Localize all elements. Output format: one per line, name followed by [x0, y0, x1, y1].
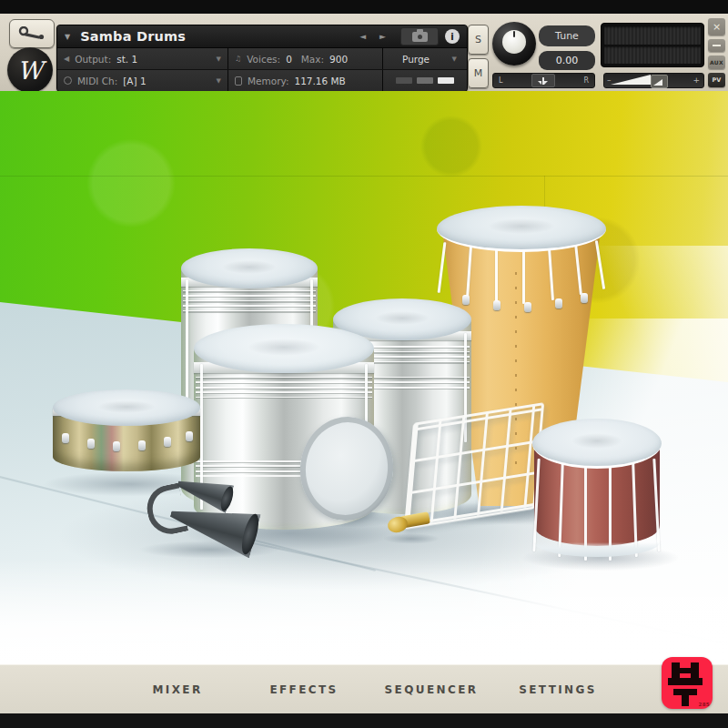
tune-knob-cap — [502, 30, 526, 54]
close-icon: × — [713, 21, 721, 33]
tune-value-box[interactable]: 0.00 — [539, 51, 595, 70]
instrument-artwork — [0, 91, 728, 664]
agogo-bells — [144, 479, 264, 553]
title-dropdown-icon[interactable]: ▼ — [65, 33, 70, 41]
meter-strip-right — [604, 46, 701, 65]
wavesfactory-logo: W — [7, 47, 53, 93]
panel-row-output: ◀ Output: st. 1 ▼ ♫ Voices: 0 Max: 900 P… — [57, 48, 467, 70]
pan-handle[interactable] — [531, 74, 555, 87]
memory-value: 117.16 MB — [294, 76, 345, 86]
midi-label: MIDI Ch: — [77, 76, 117, 86]
memory-label: Memory: — [248, 76, 288, 86]
voices-icon: ♫ — [235, 55, 241, 63]
tab-effects[interactable]: EFFECTS — [269, 683, 338, 696]
midi-value: [A] 1 — [123, 76, 146, 86]
volume-slider[interactable]: – + — [603, 73, 704, 88]
drum-head — [532, 419, 662, 469]
output-select[interactable]: ◀ Output: st. 1 ▼ — [57, 48, 228, 69]
info-icon: i — [450, 32, 453, 42]
badge-glyph — [672, 668, 699, 673]
kontakt-instrument-window: W ▼ Samba Drums ◄ ► i ◀ Out — [0, 0, 728, 728]
purge-level-bars — [396, 77, 454, 84]
volume-wedge-icon — [611, 75, 651, 85]
pv-button[interactable]: PV — [708, 73, 725, 87]
info-button[interactable]: i — [445, 29, 460, 44]
mute-label: M — [474, 67, 483, 79]
solo-button[interactable]: S — [468, 25, 489, 55]
tune-label: Tune — [555, 30, 579, 42]
artwork-bottom-fade — [0, 560, 728, 664]
purge-menu[interactable]: Purge ▼ — [383, 48, 467, 69]
pan-center-icon — [542, 77, 544, 85]
instrument-title-row: ▼ Samba Drums ◄ ► i — [57, 25, 467, 48]
logo-letter: W — [17, 58, 43, 83]
snare-drum — [53, 389, 200, 488]
window-bottom-strip — [0, 713, 728, 728]
aux-label: AUX — [710, 59, 723, 66]
minimize-icon — [713, 45, 721, 46]
drum-head — [181, 248, 318, 288]
wrench-icon — [18, 26, 46, 41]
wall-seam — [0, 176, 728, 177]
purge-dropdown-icon[interactable]: ▼ — [452, 56, 457, 63]
pv-label: PV — [713, 76, 722, 84]
tab-mixer[interactable]: MIXER — [152, 683, 202, 696]
red-badge-logo: 285 — [662, 657, 713, 709]
agogo-handle — [143, 482, 188, 538]
voices-label: Voices: — [247, 54, 280, 65]
midi-icon — [64, 76, 72, 85]
output-dropdown-icon[interactable]: ▼ — [217, 56, 221, 63]
pan-slider[interactable]: L R — [492, 73, 595, 88]
output-label: Output: — [75, 54, 111, 65]
voices-readout: ♫ Voices: 0 Max: 900 — [228, 48, 383, 69]
tab-sequencer[interactable]: SEQUENCER — [385, 683, 479, 696]
close-button[interactable]: × — [708, 18, 725, 35]
wrench-tool-button[interactable] — [9, 19, 55, 48]
mute-button[interactable]: M — [468, 58, 489, 88]
midi-dropdown-icon[interactable]: ▼ — [217, 77, 221, 85]
output-level-meter — [601, 23, 704, 67]
brass-whistle — [388, 508, 435, 537]
prev-instrument-icon[interactable]: ◄ — [359, 32, 366, 41]
aux-button[interactable]: AUX — [708, 56, 725, 69]
minimize-button[interactable] — [708, 39, 725, 52]
memory-readout: Memory: 117.16 MB — [228, 70, 383, 91]
badge-glyph — [682, 689, 689, 706]
max-value: 900 — [329, 54, 348, 65]
memory-icon — [235, 76, 242, 86]
snapshot-camera-button[interactable] — [400, 27, 439, 46]
instrument-title[interactable]: Samba Drums — [80, 29, 186, 44]
pan-left-label: L — [499, 76, 502, 85]
drum-head — [437, 206, 606, 252]
panel-row-midi: MIDI Ch: [A] 1 ▼ Memory: 117.16 MB — [57, 70, 467, 91]
drum-head — [194, 324, 374, 373]
output-value: st. 1 — [116, 54, 137, 65]
instrument-nav-arrows: ◄ ► — [359, 32, 386, 41]
bottom-nav-bar: MIXER EFFECTS SEQUENCER SETTINGS — [0, 664, 728, 714]
tune-value: 0.00 — [556, 55, 579, 66]
kontakt-header: W ▼ Samba Drums ◄ ► i ◀ Out — [0, 14, 728, 92]
camera-icon — [412, 32, 428, 42]
midi-channel-select[interactable]: MIDI Ch: [A] 1 ▼ — [57, 70, 228, 91]
tab-settings[interactable]: SETTINGS — [519, 683, 597, 696]
meter-strip-left — [604, 26, 701, 45]
instrument-panel: ▼ Samba Drums ◄ ► i ◀ Output: st. 1 — [56, 25, 468, 92]
tune-label-box: Tune — [539, 25, 595, 46]
badge-number: 285 — [699, 702, 710, 707]
voices-value: 0 — [286, 54, 292, 65]
drum-head — [53, 389, 200, 426]
window-top-strip — [0, 0, 728, 14]
max-label: Max: — [301, 54, 324, 65]
purge-indicator — [383, 70, 467, 91]
purge-label: Purge — [402, 54, 430, 65]
badge-glyph — [668, 678, 703, 685]
solo-label: S — [475, 34, 481, 46]
volume-plus[interactable]: + — [693, 76, 700, 85]
repinique-drum — [532, 419, 662, 559]
tune-knob[interactable] — [492, 22, 536, 66]
volume-minus[interactable]: – — [607, 76, 612, 85]
volume-handle[interactable] — [651, 75, 668, 88]
speaker-icon: ◀ — [64, 55, 69, 63]
next-instrument-icon[interactable]: ► — [379, 32, 386, 41]
pan-right-label: R — [583, 76, 589, 85]
